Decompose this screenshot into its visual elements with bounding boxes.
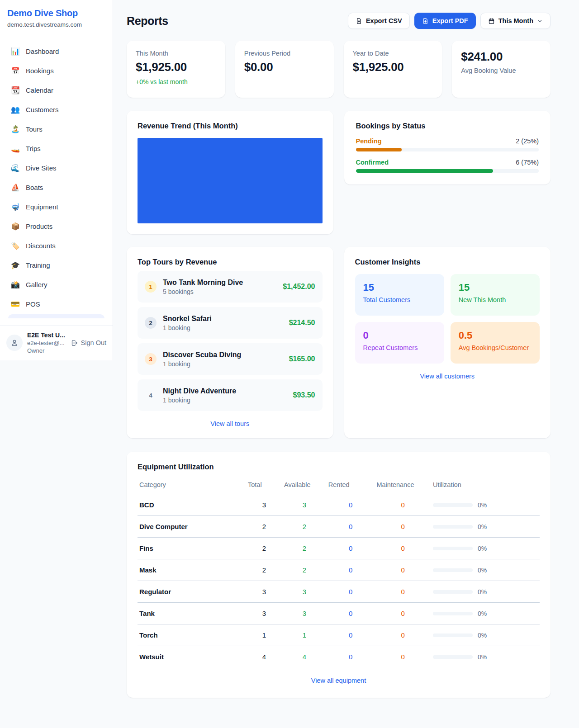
shop-domain: demo.test.divestreams.com	[7, 21, 105, 28]
sidebar-item-label: Gallery	[26, 281, 47, 288]
table-row: Torch 1 1 0 0 0%	[138, 624, 540, 646]
table-header-row: Category Total Available Rented Maintena…	[138, 477, 540, 494]
view-all-customers-link[interactable]: View all customers	[355, 373, 540, 380]
equipment-utilization-card: Equipment Utilization Category Total Ava…	[127, 452, 551, 698]
stats-row: This Month $1,925.00 +0% vs last month P…	[127, 41, 551, 98]
revenue-trend-title: Revenue Trend (This Month)	[138, 122, 323, 130]
table-row: Regulator 3 3 0 0 0%	[138, 581, 540, 603]
sidebar-item-bookings[interactable]: 📅 Bookings	[5, 61, 107, 80]
cell-total: 3	[246, 581, 282, 603]
stat-value: $0.00	[244, 60, 325, 74]
customer-insights-card: Customer Insights 15 Total Customers 15 …	[344, 247, 551, 438]
customers-icon: 👥	[11, 105, 20, 114]
sidebar-item-discounts[interactable]: 🏷️ Discounts	[5, 236, 107, 255]
boats-icon: ⛵	[11, 183, 20, 192]
tour-bookings: 5 bookings	[163, 288, 243, 295]
tour-name: Discover Scuba Diving	[163, 351, 241, 359]
sidebar-item-boats[interactable]: ⛵ Boats	[5, 178, 107, 197]
insight-tile-repeat-customers: 0 Repeat Customers	[355, 322, 444, 364]
table-row: Fins 2 2 0 0 0%	[138, 538, 540, 559]
shop-header: Demo Dive Shop demo.test.divestreams.com	[0, 0, 113, 35]
equipment-icon: 🤿	[11, 203, 20, 211]
sidebar-item-trips[interactable]: 🚤 Trips	[5, 139, 107, 158]
period-dropdown[interactable]: This Month	[480, 13, 551, 29]
tour-revenue: $165.00	[289, 355, 315, 363]
person-icon	[10, 339, 19, 347]
insight-value: 0	[363, 330, 436, 341]
view-all-tours-link[interactable]: View all tours	[138, 420, 323, 427]
shop-name: Demo Dive Shop	[7, 8, 105, 19]
export-csv-button[interactable]: Export CSV	[348, 13, 410, 29]
table-row: Mask 2 2 0 0 0%	[138, 559, 540, 581]
cell-total: 2	[246, 559, 282, 581]
cell-available: 3	[282, 494, 327, 516]
tour-row[interactable]: 3 Discover Scuba Diving 1 booking $165.0…	[138, 343, 323, 375]
utilization-percent: 0%	[478, 567, 487, 574]
tour-row[interactable]: 2 Snorkel Safari 1 booking $214.50	[138, 307, 323, 339]
sidebar-item-label: Dive Sites	[26, 164, 57, 172]
insight-label: Avg Bookings/Customer	[459, 344, 532, 351]
export-pdf-button[interactable]: Export PDF	[414, 13, 476, 29]
sidebar-item-pos[interactable]: 💳 POS	[5, 294, 107, 314]
sidebar-item-gallery[interactable]: 📸 Gallery	[5, 275, 107, 294]
status-row-confirmed: Confirmed 6 (75%)	[356, 159, 539, 173]
sidebar-item-tours[interactable]: 🏝️ Tours	[5, 119, 107, 139]
sidebar-user-footer: E2E Test U... e2e-tester@... Owner Sign …	[0, 326, 113, 360]
top-tours-title: Top Tours by Revenue	[138, 258, 323, 266]
sidebar-item-calendar[interactable]: 📆 Calendar	[5, 80, 107, 100]
cell-maintenance: 0	[375, 559, 431, 581]
sidebar-item-customers[interactable]: 👥 Customers	[5, 100, 107, 119]
revenue-trend-card: Revenue Trend (This Month)	[127, 111, 333, 234]
cell-category: Mask	[138, 559, 246, 581]
sidebar-item-training[interactable]: 🎓 Training	[5, 255, 107, 275]
sidebar-item-products[interactable]: 📦 Products	[5, 217, 107, 236]
stat-value: $1,925.00	[136, 60, 216, 74]
charts-row: Revenue Trend (This Month) Bookings by S…	[127, 111, 551, 234]
cell-utilization: 0%	[431, 624, 540, 646]
sign-out-label: Sign Out	[81, 339, 106, 346]
utilization-bar	[433, 655, 473, 659]
sidebar-item-reports-active-partial[interactable]	[8, 314, 104, 318]
sidebar-item-equipment[interactable]: 🤿 Equipment	[5, 197, 107, 217]
cell-category: Tank	[138, 603, 246, 624]
sidebar-item-dive-sites[interactable]: 🌊 Dive Sites	[5, 158, 107, 178]
cell-utilization: 0%	[431, 646, 540, 668]
tour-row[interactable]: 1 Two Tank Morning Dive 5 bookings $1,45…	[138, 271, 323, 303]
cell-available: 4	[282, 646, 327, 668]
revenue-trend-chart	[138, 138, 323, 223]
sidebar-item-label: Boats	[26, 184, 43, 191]
cell-rented: 0	[327, 516, 375, 538]
stat-value: $1,925.00	[353, 60, 433, 74]
cell-utilization: 0%	[431, 603, 540, 624]
sidebar-item-label: POS	[26, 300, 40, 308]
cell-category: Torch	[138, 624, 246, 646]
utilization-percent: 0%	[478, 523, 487, 530]
utilization-bar	[433, 590, 473, 594]
tour-revenue: $214.50	[289, 319, 315, 327]
sidebar-item-label: Dashboard	[26, 47, 59, 55]
stat-delta: +0% vs last month	[136, 78, 216, 85]
cell-maintenance: 0	[375, 646, 431, 668]
file-download-icon	[422, 18, 429, 24]
user-info: E2E Test U... e2e-tester@... Owner	[27, 331, 65, 354]
stat-card-previous-period: Previous Period $0.00	[235, 41, 334, 98]
sign-out-button[interactable]: Sign Out	[71, 339, 106, 347]
insight-tile-avg-bookings: 0.5 Avg Bookings/Customer	[451, 322, 540, 364]
column-header: Available	[282, 477, 327, 494]
tour-row[interactable]: 4 Night Dive Adventure 1 booking $93.50	[138, 379, 323, 411]
cell-utilization: 0%	[431, 538, 540, 559]
utilization-percent: 0%	[478, 588, 487, 596]
dive-sites-icon: 🌊	[11, 164, 20, 172]
insight-value: 0.5	[459, 330, 532, 341]
insight-label: Repeat Customers	[363, 344, 436, 351]
table-row: Dive Computer 2 2 0 0 0%	[138, 516, 540, 538]
cell-maintenance: 0	[375, 581, 431, 603]
cell-available: 3	[282, 581, 327, 603]
view-all-equipment-link[interactable]: View all equipment	[138, 677, 540, 684]
insight-value: 15	[459, 282, 532, 293]
status-label: Confirmed	[356, 159, 389, 166]
insight-value: 15	[363, 282, 436, 293]
main-content: Reports Export CSV Export PDF	[113, 0, 579, 716]
sidebar-item-dashboard[interactable]: 📊 Dashboard	[5, 42, 107, 61]
stat-card-avg-booking-value: $241.00 Avg Booking Value	[452, 41, 551, 98]
